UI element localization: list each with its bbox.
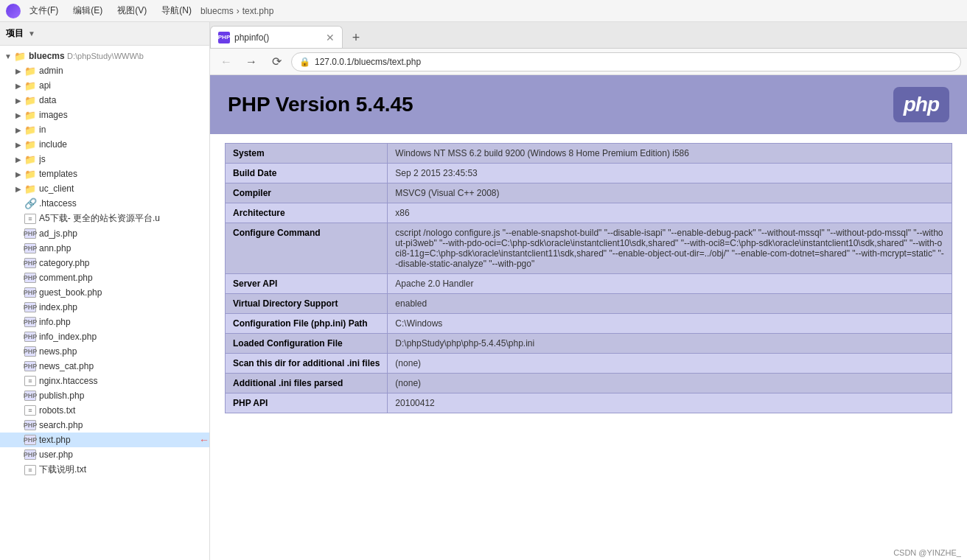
tree-folder-templates[interactable]: ▶ 📁 templates bbox=[0, 167, 209, 181]
tree-folder-include[interactable]: ▶ 📁 include bbox=[0, 137, 209, 152]
tree-file-category[interactable]: PHP category.php bbox=[0, 256, 209, 270]
tree-file-info-index[interactable]: PHP info_index.php bbox=[0, 329, 209, 344]
php-version-title: PHP Version 5.4.45 bbox=[228, 93, 413, 116]
tree-file-user[interactable]: PHP user.php bbox=[0, 447, 209, 462]
tree-file-index[interactable]: PHP index.php bbox=[0, 300, 209, 315]
a5-label: A5下载- 更全的站长资源平台.u bbox=[39, 212, 209, 225]
tab-icon: PHP bbox=[218, 32, 230, 43]
phpinfo-key-5: Server API bbox=[226, 274, 388, 294]
index-icon: PHP bbox=[24, 301, 37, 313]
phpinfo-value-6: enabled bbox=[388, 294, 952, 314]
tree-folder-js[interactable]: ▶ 📁 js bbox=[0, 152, 209, 167]
sidebar-toolbar-label: 项目 bbox=[6, 27, 24, 40]
tree-file-htaccess[interactable]: 🔗 .htaccess bbox=[0, 196, 209, 211]
htaccess-icon: 🔗 bbox=[24, 197, 37, 209]
news-icon: PHP bbox=[24, 346, 37, 357]
root-arrow: ▼ bbox=[3, 52, 13, 60]
phpinfo-value-8: D:\phpStudy\php\php-5.4.45\php.ini bbox=[388, 334, 952, 354]
address-bar[interactable]: 🔒 127.0.0.1/bluecms/text.php bbox=[291, 52, 961, 71]
address-lock-icon: 🔒 bbox=[299, 57, 310, 67]
tree-root[interactable]: ▼ 📁 bluecms D:\phpStudy\WWW\b bbox=[0, 49, 209, 63]
tree-folder-data[interactable]: ▶ 📁 data bbox=[0, 93, 209, 108]
api-label: api bbox=[39, 80, 209, 91]
admin-arrow: ▶ bbox=[13, 67, 24, 75]
tree-file-newscat[interactable]: PHP news_cat.php bbox=[0, 359, 209, 374]
text-php-icon: PHP bbox=[24, 434, 37, 446]
phpinfo-table: SystemWindows NT MSS 6.2 build 9200 (Win… bbox=[225, 143, 952, 413]
browser-tabs: PHP phpinfo() ✕ + bbox=[210, 22, 967, 49]
guestbook-label: guest_book.php bbox=[39, 287, 209, 298]
title-bar-menu[interactable]: 文件(F) 编辑(E) 视图(V) 导航(N) bbox=[27, 3, 195, 18]
download-readme-label: 下载说明.txt bbox=[39, 463, 209, 476]
tree-file-text[interactable]: PHP text.php ← bbox=[0, 433, 209, 447]
tab-close-button[interactable]: ✕ bbox=[326, 32, 335, 43]
nav-back-button[interactable]: ← bbox=[216, 52, 237, 72]
phpinfo-value-3: x86 bbox=[388, 203, 952, 223]
tree-file-nginx-htaccess[interactable]: ≡ nginx.htaccess bbox=[0, 374, 209, 388]
tab-add-button[interactable]: + bbox=[346, 27, 366, 48]
breadcrumb-file: text.php bbox=[242, 6, 274, 16]
data-label: data bbox=[39, 95, 209, 105]
tree-folder-api[interactable]: ▶ 📁 api bbox=[0, 78, 209, 93]
tree-file-publish[interactable]: PHP publish.php bbox=[0, 388, 209, 403]
ann-label: ann.php bbox=[39, 243, 209, 253]
menu-file[interactable]: 文件(F) bbox=[27, 3, 61, 18]
menu-view[interactable]: 视图(V) bbox=[114, 3, 150, 18]
tree-folder-in[interactable]: ▶ 📁 in bbox=[0, 122, 209, 137]
breadcrumb-sep: › bbox=[237, 6, 240, 16]
sidebar-toolbar-dropdown[interactable]: ▼ bbox=[28, 29, 35, 38]
nav-forward-button[interactable]: → bbox=[241, 52, 262, 72]
browser-tab-phpinfo[interactable]: PHP phpinfo() ✕ bbox=[210, 26, 343, 48]
tree-folder-images[interactable]: ▶ 📁 images bbox=[0, 108, 209, 122]
tree-file-download-readme[interactable]: ≡ 下载说明.txt bbox=[0, 462, 209, 477]
watermark: CSDN @YINZHE_ bbox=[893, 548, 961, 557]
main-layout: 项目 ▼ ▼ 📁 bluecms D:\phpStudy\WWW\b ▶ 📁 a… bbox=[0, 22, 967, 560]
newscat-icon: PHP bbox=[24, 360, 37, 372]
admin-folder-icon: 📁 bbox=[24, 65, 37, 77]
title-breadcrumb: bluecms › text.php bbox=[200, 6, 273, 16]
admin-label: admin bbox=[39, 66, 209, 76]
app-name: bluecms bbox=[200, 6, 234, 16]
phpinfo-key-11: PHP API bbox=[226, 393, 388, 413]
include-arrow: ▶ bbox=[13, 141, 24, 149]
tree-folder-admin[interactable]: ▶ 📁 admin bbox=[0, 63, 209, 78]
php-logo: php bbox=[893, 87, 949, 122]
phpinfo-value-5: Apache 2.0 Handler bbox=[388, 274, 952, 294]
browser-toolbar: ← → ⟳ 🔒 127.0.0.1/bluecms/text.php bbox=[210, 49, 967, 75]
tree-folder-uc_client[interactable]: ▶ 📁 uc_client bbox=[0, 181, 209, 196]
templates-arrow: ▶ bbox=[13, 170, 24, 178]
templates-folder-icon: 📁 bbox=[24, 168, 37, 180]
htaccess-label: .htaccess bbox=[39, 198, 209, 209]
category-label: category.php bbox=[39, 258, 209, 268]
download-readme-icon: ≡ bbox=[24, 464, 37, 476]
a5-icon: ≡ bbox=[24, 213, 37, 225]
news-label: news.php bbox=[39, 346, 209, 357]
nginx-htaccess-icon: ≡ bbox=[24, 375, 37, 387]
title-bar: 文件(F) 编辑(E) 视图(V) 导航(N) bluecms › text.p… bbox=[0, 0, 967, 22]
tree-file-ann[interactable]: PHP ann.php bbox=[0, 241, 209, 256]
menu-nav[interactable]: 导航(N) bbox=[158, 3, 195, 18]
phpinfo-key-0: System bbox=[226, 144, 388, 164]
robots-label: robots.txt bbox=[39, 405, 209, 416]
tree-file-robots[interactable]: ≡ robots.txt bbox=[0, 403, 209, 418]
menu-edit[interactable]: 编辑(E) bbox=[70, 3, 105, 18]
tab-title: phpinfo() bbox=[234, 32, 321, 43]
tree-file-comment[interactable]: PHP comment.php bbox=[0, 270, 209, 285]
tree-file-search[interactable]: PHP search.php bbox=[0, 418, 209, 433]
tree-file-news[interactable]: PHP news.php bbox=[0, 344, 209, 359]
tree-file-a5[interactable]: ≡ A5下载- 更全的站长资源平台.u bbox=[0, 211, 209, 226]
root-label: bluecms D:\phpStudy\WWW\b bbox=[29, 51, 209, 61]
api-folder-icon: 📁 bbox=[24, 80, 37, 91]
nav-refresh-button[interactable]: ⟳ bbox=[266, 52, 287, 72]
tree-file-guestbook[interactable]: PHP guest_book.php bbox=[0, 285, 209, 300]
user-icon: PHP bbox=[24, 449, 37, 461]
tree-file-info[interactable]: PHP info.php bbox=[0, 315, 209, 329]
adjs-icon: PHP bbox=[24, 228, 37, 239]
tree-file-adjs[interactable]: PHP ad_js.php bbox=[0, 226, 209, 241]
phpinfo-key-8: Loaded Configuration File bbox=[226, 334, 388, 354]
newscat-label: news_cat.php bbox=[39, 361, 209, 371]
phpinfo-key-3: Architecture bbox=[226, 203, 388, 223]
search-label: search.php bbox=[39, 420, 209, 430]
phpinfo-page: PHP Version 5.4.45 php SystemWindows NT … bbox=[210, 75, 967, 413]
index-label: index.php bbox=[39, 302, 209, 312]
